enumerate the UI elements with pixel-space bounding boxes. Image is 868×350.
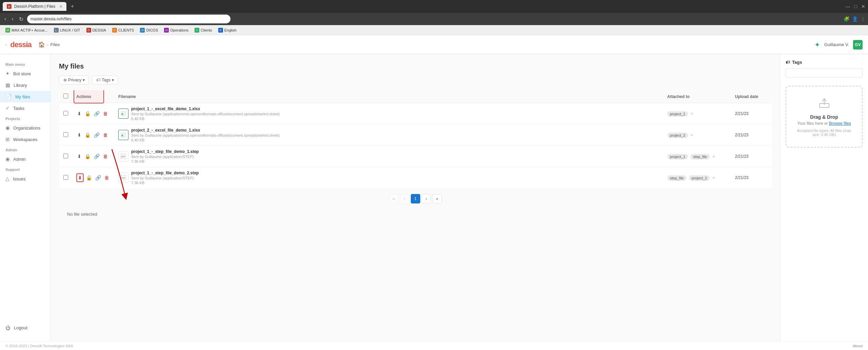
- bookmark-dessia[interactable]: D DESSIA: [84, 27, 109, 34]
- row4-delete-btn[interactable]: 🗑: [103, 174, 110, 181]
- row3-tag-add[interactable]: +: [712, 154, 715, 159]
- row3-tag-step: step_file: [690, 154, 710, 159]
- row1-link-btn[interactable]: 🔗: [93, 110, 101, 117]
- sidebar-item-logout[interactable]: ⏻ Logout: [0, 322, 51, 333]
- page-first-btn[interactable]: «: [389, 194, 399, 203]
- upload-area[interactable]: Drag & Drop Your files here or Browse fi…: [786, 86, 863, 148]
- new-tab-button[interactable]: +: [68, 3, 76, 10]
- row3-checkbox[interactable]: [63, 154, 68, 158]
- bookmark-label-dicos: DICOS: [146, 28, 158, 32]
- row2-download-btn[interactable]: ⬇: [76, 131, 82, 139]
- profile-icon[interactable]: 👤: [852, 16, 858, 22]
- row3-link-btn[interactable]: 🔗: [93, 153, 101, 160]
- row2-tag-add[interactable]: +: [690, 132, 693, 138]
- home-icon[interactable]: 🏠: [38, 41, 45, 48]
- bookmark-linux[interactable]: L LINUX / GIT: [51, 27, 83, 34]
- row4-file-icon: STP: [118, 173, 128, 183]
- user-avatar[interactable]: GV: [853, 40, 863, 50]
- row3-filename-cell: STP project_1_-_step_file_demo_1.step Se…: [114, 146, 663, 167]
- row2-filename: project_2_-_excel_file_demo_1.xlsx: [131, 128, 280, 133]
- row3-lock-btn[interactable]: 🔒: [84, 153, 92, 160]
- page-next-btn[interactable]: ›: [422, 194, 431, 203]
- row2-link-btn[interactable]: 🔗: [93, 131, 101, 139]
- select-all-checkbox[interactable]: [63, 94, 68, 98]
- row2-lock-btn[interactable]: 🔒: [84, 131, 92, 139]
- right-panel: 🏷 Tags Drag & Drop Your files here or Br…: [780, 54, 868, 342]
- tab-close-btn[interactable]: ✕: [59, 4, 62, 9]
- sidebar-item-workspaces[interactable]: ⊞ Workspaces: [0, 134, 51, 145]
- privacy-filter-btn[interactable]: ⊛ Privacy ▾: [59, 76, 89, 84]
- table-row: ⬇ 🔒 🔗 🗑 X: [59, 124, 772, 146]
- col-attached-label: Attached to: [667, 94, 690, 99]
- sidebar-toggle-icon[interactable]: ‹: [5, 42, 7, 47]
- row2-date: 2/21/23: [735, 133, 749, 137]
- tags-filter-btn[interactable]: 🏷 Tags ▾: [92, 76, 118, 84]
- bookmark-english[interactable]: E English: [216, 27, 239, 34]
- row2-checkbox[interactable]: [63, 132, 68, 137]
- row4-lock-btn[interactable]: 🔒: [85, 174, 93, 181]
- sidebar-item-issues[interactable]: △ Issues: [0, 173, 51, 184]
- page-prev-btn[interactable]: ‹: [400, 194, 409, 203]
- bookmark-clients[interactable]: C CLIENTS: [109, 27, 137, 34]
- tags-search-input[interactable]: [786, 68, 863, 78]
- svg-text:X: X: [121, 113, 123, 116]
- footer-about[interactable]: About: [853, 344, 863, 348]
- page-last-btn[interactable]: »: [432, 194, 442, 203]
- bookmark-label-english: English: [224, 28, 237, 32]
- forward-button[interactable]: ›: [10, 15, 15, 23]
- row3-download-btn[interactable]: ⬇: [76, 153, 82, 160]
- row1-lock-btn[interactable]: 🔒: [84, 110, 92, 117]
- pagination: « ‹ 1 › »: [59, 189, 772, 209]
- page-prev-label: ‹: [404, 196, 405, 201]
- back-button[interactable]: ‹: [3, 15, 8, 23]
- issues-icon: △: [5, 176, 9, 182]
- row3-delete-btn[interactable]: 🗑: [102, 153, 109, 160]
- col-checkbox: [59, 90, 73, 103]
- row4-download-btn[interactable]: ⬇: [76, 173, 84, 182]
- sidebar-item-tasks[interactable]: ✓ Tasks: [0, 102, 51, 114]
- row4-tag-add[interactable]: +: [712, 175, 715, 180]
- row4-size: 7.36 KB: [131, 181, 199, 185]
- row2-actions-cell: ⬇ 🔒 🔗 🗑: [72, 124, 114, 146]
- table-row: ⬇ 🔒 🔗 🗑 X: [59, 103, 772, 124]
- sidebar-item-bot-store[interactable]: ✦ Bot store: [0, 68, 51, 79]
- row2-date-cell: 2/21/23: [731, 124, 772, 146]
- browser-tab-active[interactable]: D DessIA Platform | Files ✕: [3, 2, 66, 11]
- page-1-btn[interactable]: 1: [411, 194, 420, 203]
- row3-checkbox-cell: [59, 146, 73, 167]
- minimize-icon[interactable]: —: [846, 4, 850, 9]
- refresh-button[interactable]: ↻: [17, 15, 25, 23]
- bookmark-icon-operations: O: [164, 28, 169, 33]
- bookmark-operations[interactable]: O Operations: [161, 27, 191, 34]
- row4-checkbox[interactable]: [63, 175, 68, 180]
- row2-delete-btn[interactable]: 🗑: [102, 131, 109, 139]
- menu-icon[interactable]: ⋮: [861, 16, 865, 22]
- sidebar-item-my-files[interactable]: 📄 My files: [0, 91, 51, 102]
- bookmark-label-linux: LINUX / GIT: [60, 28, 80, 32]
- row1-filename-cell: X project_1_-_excel_file_demo_1.xlsx Sen…: [114, 103, 663, 124]
- row1-download-btn[interactable]: ⬇: [76, 110, 82, 117]
- bookmark-clients2[interactable]: C Clients: [192, 27, 215, 34]
- svg-text:STP: STP: [121, 177, 125, 179]
- address-bar[interactable]: master.dessia.ovh/files: [27, 15, 230, 23]
- row2-attached-cell: project_2 +: [663, 124, 731, 146]
- page-next-label: ›: [426, 196, 427, 201]
- svg-text:X: X: [121, 134, 123, 137]
- bookmark-max-actif[interactable]: M MAX ACTIF+ Accue...: [3, 27, 51, 34]
- maximize-icon[interactable]: □: [854, 4, 857, 9]
- url-text: master.dessia.ovh/files: [31, 17, 72, 21]
- row1-checkbox[interactable]: [63, 111, 68, 116]
- row1-tag-add[interactable]: +: [690, 111, 693, 116]
- row1-delete-btn[interactable]: 🗑: [102, 110, 109, 117]
- no-file-msg: No file selected: [59, 209, 772, 222]
- col-actions: Actions: [72, 90, 114, 103]
- sidebar-item-organizations[interactable]: ◉ Organizations: [0, 122, 51, 134]
- row1-checkbox-cell: [59, 103, 73, 124]
- row4-link-btn[interactable]: 🔗: [94, 174, 102, 181]
- sidebar-item-admin[interactable]: ◉ Admin: [0, 153, 51, 165]
- sidebar-item-library[interactable]: ▦ Library: [0, 79, 51, 91]
- close-window-icon[interactable]: ✕: [861, 4, 865, 9]
- browse-files-link[interactable]: Browse files: [829, 121, 851, 126]
- extensions-icon[interactable]: 🧩: [844, 16, 849, 22]
- bookmark-dicos[interactable]: D DICOS: [137, 27, 161, 34]
